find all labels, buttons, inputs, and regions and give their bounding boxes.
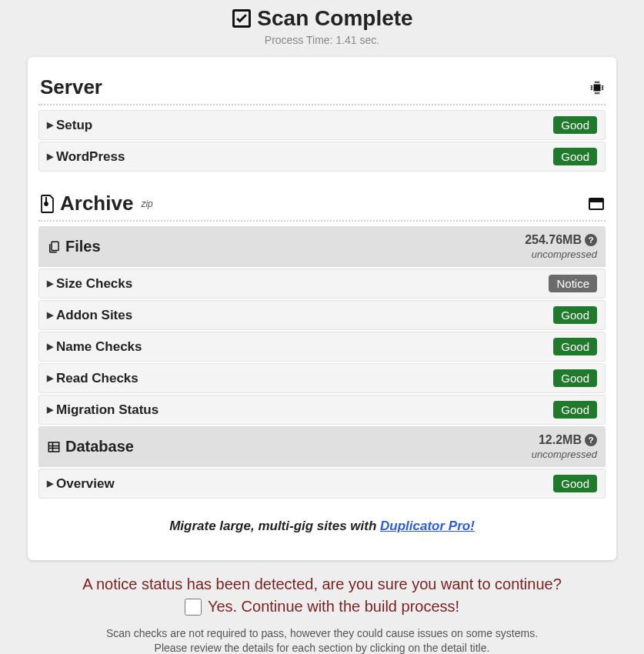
svg-rect-1 xyxy=(594,84,601,91)
caret-right-icon: ▶ xyxy=(47,405,53,415)
page-title: Scan Complete xyxy=(231,6,412,31)
row-label: Read Checks xyxy=(56,371,138,386)
caret-right-icon: ▶ xyxy=(47,479,53,489)
database-subhead: Database 12.2MB ? uncompressed xyxy=(38,426,606,467)
files-row[interactable]: ▶Addon SitesGood xyxy=(38,300,606,330)
caret-right-icon: ▶ xyxy=(47,152,53,162)
files-row[interactable]: ▶Name ChecksGood xyxy=(38,332,606,362)
archive-rows: Files 254.76MB ? uncompressed ▶Size Chec… xyxy=(38,226,606,499)
files-row[interactable]: ▶Size ChecksNotice xyxy=(38,269,606,299)
files-note: uncompressed xyxy=(532,249,597,260)
title-text: Scan Complete xyxy=(257,6,412,31)
server-row[interactable]: ▶SetupGood xyxy=(38,110,606,140)
files-subhead: Files 254.76MB ? uncompressed xyxy=(38,226,606,267)
server-heading: Server xyxy=(38,71,606,105)
confirm-text: Yes. Continue with the build process! xyxy=(208,598,459,616)
row-label: Migration Status xyxy=(56,402,158,418)
caret-right-icon: ▶ xyxy=(47,310,53,320)
notice-warning: A notice status has been detected, are y… xyxy=(28,576,616,593)
status-badge: Good xyxy=(553,116,597,134)
files-title: Files xyxy=(65,238,101,255)
svg-rect-5 xyxy=(52,242,58,250)
database-note: uncompressed xyxy=(532,449,597,460)
svg-rect-6 xyxy=(48,442,59,452)
archive-zip-icon xyxy=(40,195,55,213)
caret-right-icon: ▶ xyxy=(47,120,53,130)
chip-icon xyxy=(590,81,604,95)
process-time: Process Time: 1.41 sec. xyxy=(0,34,644,46)
page-header: Scan Complete Process Time: 1.41 sec. xyxy=(0,0,644,51)
row-label: WordPress xyxy=(56,149,125,165)
status-badge: Good xyxy=(553,401,597,419)
server-title: Server xyxy=(40,75,102,99)
confirm-checkbox[interactable] xyxy=(185,599,202,616)
database-size: 12.2MB xyxy=(539,433,582,447)
archive-heading: Archive zip xyxy=(38,187,606,222)
row-label: Setup xyxy=(56,118,92,133)
archive-title: Archive xyxy=(60,192,133,215)
row-label: Overview xyxy=(56,476,115,492)
table-icon xyxy=(47,440,61,454)
duplicator-pro-link[interactable]: Duplicator Pro! xyxy=(380,519,475,533)
help-icon[interactable]: ? xyxy=(585,434,597,446)
status-badge: Good xyxy=(553,148,597,165)
window-icon xyxy=(589,198,604,210)
confirm-checkbox-label[interactable]: Yes. Continue with the build process! xyxy=(185,598,459,616)
files-size: 254.76MB xyxy=(525,233,582,247)
scan-panel: Server ▶SetupGood▶WordPressGood Archive … xyxy=(28,57,616,560)
status-badge: Good xyxy=(553,369,597,387)
server-row[interactable]: ▶WordPressGood xyxy=(38,142,606,172)
footer-hint: Scan checks are not required to pass, ho… xyxy=(28,626,616,654)
status-badge: Good xyxy=(553,338,597,355)
files-copy-icon xyxy=(47,240,61,254)
svg-point-2 xyxy=(45,202,48,205)
status-badge: Good xyxy=(553,306,597,324)
row-label: Size Checks xyxy=(56,276,132,292)
row-label: Addon Sites xyxy=(56,308,132,323)
caret-right-icon: ▶ xyxy=(47,373,53,383)
checkbox-checked-icon xyxy=(231,8,252,29)
svg-rect-4 xyxy=(590,202,602,209)
caret-right-icon: ▶ xyxy=(47,279,53,289)
row-label: Name Checks xyxy=(56,339,142,355)
status-badge: Notice xyxy=(549,275,597,292)
archive-format: zip xyxy=(141,199,152,209)
server-rows: ▶SetupGood▶WordPressGood xyxy=(38,110,606,172)
database-title: Database xyxy=(65,438,134,455)
help-icon[interactable]: ? xyxy=(585,234,597,246)
footer: A notice status has been detected, are y… xyxy=(0,571,644,654)
status-badge: Good xyxy=(553,475,597,492)
files-row[interactable]: ▶Migration StatusGood xyxy=(38,395,606,425)
promo-text: Migrate large, multi-gig sites with Dupl… xyxy=(38,519,606,534)
caret-right-icon: ▶ xyxy=(47,342,53,352)
files-row[interactable]: ▶Read ChecksGood xyxy=(38,363,606,393)
database-row[interactable]: ▶OverviewGood xyxy=(38,469,606,499)
